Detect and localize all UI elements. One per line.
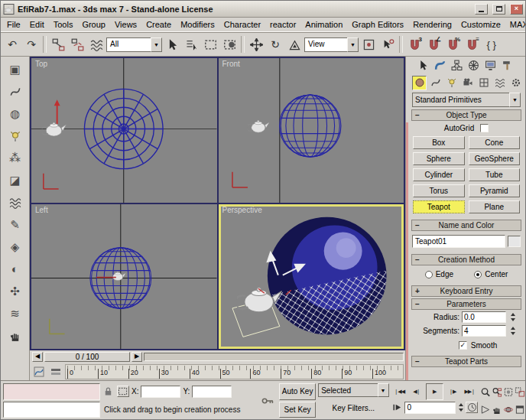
menu-item[interactable]: Rendering [408, 18, 456, 31]
top-viewport-label[interactable]: Top [35, 60, 47, 68]
select-and-scale-button[interactable] [285, 35, 304, 54]
autogrid-checkbox[interactable] [480, 124, 489, 132]
undo-button[interactable]: ↶ [3, 35, 21, 54]
pan-view-button[interactable] [492, 401, 502, 418]
track-bar-range-button[interactable] [48, 364, 63, 379]
window-crossing-toggle[interactable] [220, 35, 239, 54]
object-type-rollout-header[interactable]: − Object Type [411, 109, 521, 121]
current-frame-input[interactable]: 0 [404, 402, 456, 414]
maxscript-listener-white-field[interactable] [3, 402, 100, 418]
go-to-start-button[interactable]: ❘◀◀ [391, 383, 408, 400]
object-color-swatch[interactable] [508, 236, 521, 247]
left-viewport-label[interactable]: Left [35, 206, 48, 214]
spinner-up-icon[interactable] [511, 313, 515, 316]
spinner-up-icon[interactable] [511, 327, 515, 330]
key-filters-button[interactable]: Key Filters... [318, 399, 388, 418]
category-space-warps[interactable] [492, 76, 507, 90]
minimize-button[interactable] [475, 4, 488, 15]
radius-spinner[interactable] [508, 311, 517, 323]
absolute-offset-mode-toggle[interactable] [117, 386, 129, 397]
object-type-button[interactable]: Tube [469, 168, 521, 181]
snap-toggle-3d-button[interactable]: 3 [405, 35, 424, 54]
front-viewport-label[interactable]: Front [222, 60, 240, 68]
percent-snap-toggle[interactable]: % [443, 35, 462, 54]
menu-item[interactable]: reactor [265, 18, 300, 31]
objects-tab-button[interactable]: ▣ [5, 59, 26, 80]
arc-rotate-button[interactable] [503, 401, 514, 418]
select-object-button[interactable] [163, 35, 181, 54]
previous-frame-button[interactable]: ◀❘ [408, 383, 425, 400]
time-slider[interactable]: 0 / 100 [44, 352, 130, 362]
menu-item[interactable]: Group [77, 18, 110, 31]
selection-filter-dropdown[interactable]: All ▼ [106, 37, 162, 52]
set-keys-key-icon[interactable] [260, 395, 275, 407]
center-radio-option[interactable]: Center [474, 270, 508, 278]
teapot-object[interactable] [109, 272, 126, 280]
next-frame-button[interactable]: ❘▶ [444, 383, 461, 400]
shaded-sphere[interactable] [236, 217, 398, 349]
segments-spinner[interactable] [508, 325, 517, 337]
spinner-down-icon[interactable] [459, 409, 463, 412]
category-lights[interactable] [444, 76, 459, 90]
menu-item[interactable]: Graph Editors [347, 18, 408, 31]
left-viewport[interactable]: Left [31, 204, 217, 349]
tab-motion[interactable] [466, 58, 482, 73]
select-and-manipulate-button[interactable] [378, 35, 397, 54]
menu-item[interactable]: Animation [300, 18, 347, 31]
reference-coordinate-dropdown[interactable]: View ▼ [304, 37, 359, 52]
center-radio[interactable] [474, 271, 482, 278]
name-color-rollout-header[interactable]: − Name and Color [411, 220, 521, 231]
select-by-name-button[interactable] [182, 35, 200, 54]
front-viewport-canvas[interactable] [219, 58, 404, 203]
track-bar-ruler[interactable]: 0102030405060708090100 [65, 364, 404, 379]
menu-item[interactable]: MAXScript [505, 18, 526, 31]
select-and-move-button[interactable] [247, 35, 265, 54]
named-selection-sets-button[interactable] [482, 35, 500, 54]
tab-create[interactable] [415, 58, 431, 73]
object-type-button[interactable]: GeoSphere [469, 152, 521, 165]
go-to-end-button[interactable]: ▶▶❘ [462, 383, 479, 400]
category-shapes[interactable] [428, 76, 443, 90]
modifiers-tab-button[interactable]: ✎ [5, 214, 26, 235]
teapot-parts-rollout-header[interactable]: − Teapot Parts [411, 356, 521, 367]
object-category-dropdown[interactable]: Standard Primitives ▼ [412, 93, 521, 107]
menu-item[interactable]: File [2, 18, 25, 31]
frame-spinner[interactable] [456, 402, 465, 413]
top-viewport-canvas[interactable] [31, 58, 217, 203]
rectangular-selection-region-button[interactable] [201, 35, 219, 54]
object-type-button[interactable]: Cone [469, 136, 521, 149]
perspective-viewport-canvas[interactable] [219, 204, 404, 349]
select-and-link-button[interactable] [49, 35, 67, 54]
menu-item[interactable]: Views [110, 18, 141, 31]
redo-button[interactable]: ↷ [22, 35, 41, 54]
maximize-button[interactable] [492, 4, 505, 15]
object-type-button[interactable]: Cylinder [413, 168, 465, 181]
spinner-snap-toggle[interactable]: ≡ [463, 35, 481, 54]
object-type-button[interactable]: Sphere [413, 152, 465, 165]
dropdown-arrow-icon[interactable]: ▼ [378, 383, 389, 397]
selection-set-dropdown[interactable]: Selected ▼ [318, 383, 388, 397]
edge-radio[interactable] [425, 271, 433, 278]
category-geometry[interactable] [412, 76, 427, 90]
smooth-checkbox[interactable]: ✓ [459, 341, 467, 350]
zoom-button[interactable] [480, 383, 491, 400]
tab-hierarchy[interactable] [449, 58, 465, 73]
play-animation-button[interactable]: ▶ [426, 383, 444, 400]
menu-item[interactable]: Character [219, 18, 265, 31]
tab-utilities[interactable] [499, 58, 515, 73]
particles-tab-button[interactable]: ⁂ [5, 148, 26, 168]
parameters-rollout-header[interactable]: − Parameters [411, 298, 521, 310]
previous-frame-arrow-button[interactable]: ◀ [32, 352, 43, 362]
edge-radio-option[interactable]: Edge [425, 270, 453, 278]
rendering-tab-button[interactable]: ◐ [5, 259, 26, 279]
left-viewport-canvas[interactable] [31, 204, 217, 349]
spinner-down-icon[interactable] [511, 332, 515, 335]
creation-method-rollout-header[interactable]: − Creation Method [411, 254, 521, 265]
menu-item[interactable]: Modifiers [176, 18, 219, 31]
shapes-tab-button[interactable] [5, 81, 26, 102]
min-max-toggle-button[interactable] [515, 401, 525, 418]
object-type-button[interactable]: Torus [413, 184, 465, 197]
bind-to-space-warp-button[interactable] [87, 35, 106, 54]
unlink-selection-button[interactable] [68, 35, 86, 54]
object-type-button[interactable]: Pyramid [469, 184, 521, 197]
